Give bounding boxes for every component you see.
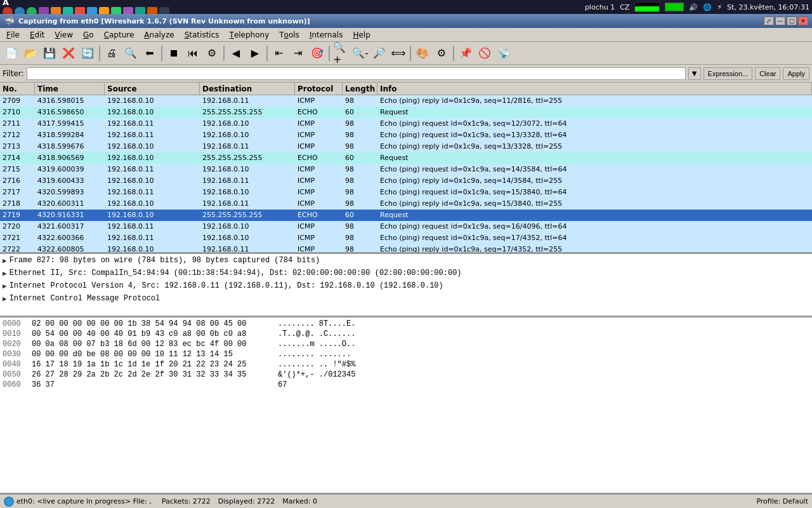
wireshark-window: 🦈 Capturing from eth0 [Wireshark 1.6.7 (… — [0, 14, 812, 508]
sysbar-bt-icon: ⚡ — [717, 3, 722, 11]
tb-prefs-btn[interactable]: ⚙ — [433, 44, 450, 62]
window-minimize-btn[interactable]: — — [775, 17, 785, 25]
filter-apply-btn[interactable]: Apply — [783, 67, 809, 80]
hex-row: 006036 3767 — [3, 380, 809, 390]
statusbar-left: eth0: <live capture in progress> File: ,… — [4, 497, 317, 507]
menu-go[interactable]: Go — [78, 29, 99, 41]
tb-zoom-100-btn[interactable]: 🔎 — [370, 44, 388, 62]
packet-row[interactable]: 27094316.598015192.168.0.10192.168.0.11I… — [0, 95, 812, 107]
col-proto-header[interactable]: Protocol — [295, 83, 343, 95]
tb-coloring-btn[interactable]: 🎨 — [414, 44, 431, 62]
window-maximize-btn[interactable]: □ — [787, 17, 797, 25]
tb-find-prev-btn[interactable]: ⬅ — [141, 44, 159, 62]
packet-row[interactable]: 27194320.916331192.168.0.10255.255.255.2… — [0, 210, 812, 221]
detail-expand-icon: ▶ — [3, 295, 7, 303]
menu-tools[interactable]: Tools — [274, 29, 304, 41]
packet-row[interactable]: 27224322.600805192.168.0.10192.168.0.11I… — [0, 244, 812, 252]
menu-statistics[interactable]: Statistics — [180, 29, 225, 41]
packet-row[interactable]: 27214322.600366192.168.0.11192.168.0.10I… — [0, 232, 812, 244]
filter-clear-btn[interactable]: Clear — [755, 67, 780, 80]
live-capture-indicator[interactable] — [4, 497, 14, 507]
menu-view[interactable]: View — [49, 29, 78, 41]
packet-list-header: No. Time Source Destination Protocol Len… — [0, 83, 812, 95]
window-close-btn[interactable]: ✕ — [798, 17, 808, 25]
tb-ignore-btn[interactable]: 🚫 — [476, 44, 494, 62]
detail-expand-icon: ▶ — [3, 257, 7, 265]
tb-resize-btn[interactable]: ⟺ — [390, 44, 407, 62]
packet-row[interactable]: 27204321.600317192.168.0.11192.168.0.10I… — [0, 221, 812, 232]
tb-zoom-out-btn[interactable]: 🔍- — [351, 44, 369, 62]
hex-row: 002000 0a 08 00 07 b3 18 6d 00 12 83 ec … — [3, 339, 809, 349]
toolbar-sep-4 — [266, 46, 268, 61]
col-len-header[interactable]: Length — [343, 83, 377, 95]
tb-goto-pkt-btn[interactable]: 🎯 — [308, 44, 326, 62]
tb-mark-btn[interactable]: 📌 — [457, 44, 475, 62]
tb-goto-first-btn[interactable]: ⇤ — [270, 44, 288, 62]
packet-row[interactable]: 27154319.600039192.168.0.11192.168.0.10I… — [0, 164, 812, 175]
menu-capture[interactable]: Capture — [99, 29, 140, 41]
filter-expression-btn[interactable]: Expression... — [704, 67, 753, 80]
menu-internals[interactable]: Internals — [304, 29, 348, 41]
statusbar-packets: Packets: 2722 — [162, 497, 211, 505]
tb-save-btn[interactable]: 💾 — [41, 44, 58, 62]
filter-dropdown-btn[interactable]: ▼ — [688, 67, 701, 80]
menu-edit[interactable]: Edit — [25, 29, 49, 41]
tb-forward-btn[interactable]: ▶ — [246, 44, 264, 62]
filter-input[interactable] — [27, 67, 686, 80]
packet-row[interactable]: 27174320.599893192.168.0.11192.168.0.10I… — [0, 187, 812, 198]
hex-row: 005026 27 28 29 2a 2b 2c 2d 2e 2f 30 31 … — [3, 370, 809, 380]
tb-restart-btn[interactable]: ⏮ — [184, 44, 202, 62]
window-resize-icon: ⤢ — [764, 17, 774, 25]
col-no-header[interactable]: No. — [0, 83, 35, 95]
tb-back-btn[interactable]: ◀ — [227, 44, 245, 62]
sysbar-right: plochu 1 CZ 🔊 🌐 ⚡ St, 23.květen, 16:07:3… — [585, 2, 809, 12]
detail-row[interactable]: ▶Internet Control Message Protocol — [0, 292, 812, 305]
packet-list: No. Time Source Destination Protocol Len… — [0, 83, 812, 254]
packet-row[interactable]: 27164319.600433192.168.0.10192.168.0.11I… — [0, 175, 812, 187]
status-bar: eth0: <live capture in progress> File: ,… — [0, 494, 812, 508]
sysbar-battery — [665, 3, 684, 11]
toolbar-sep-3 — [223, 46, 225, 61]
tb-zoom-in-btn[interactable]: 🔍+ — [332, 44, 350, 62]
col-time-header[interactable]: Time — [35, 83, 105, 95]
packet-detail: ▶Frame 827: 98 bytes on wire (784 bits),… — [0, 254, 812, 318]
menu-help[interactable]: Help — [348, 29, 375, 41]
tb-capture-opts-btn[interactable]: ⚙ — [203, 44, 221, 62]
tb-print-btn[interactable]: 🖨 — [103, 44, 121, 62]
tb-goto-last-btn[interactable]: ⇥ — [289, 44, 307, 62]
detail-row[interactable]: ▶Frame 827: 98 bytes on wire (784 bits),… — [0, 254, 812, 267]
menu-telephony[interactable]: Telephony — [225, 29, 275, 41]
packet-row[interactable]: 27114317.599415192.168.0.11192.168.0.10I… — [0, 118, 812, 130]
sysbar-netgraph — [634, 2, 660, 12]
tb-find-pkt-btn[interactable]: 🔍 — [122, 44, 140, 62]
col-dest-header[interactable]: Destination — [200, 83, 295, 95]
tb-capture-filter-btn[interactable]: 📡 — [495, 44, 513, 62]
window-title: Capturing from eth0 [Wireshark 1.6.7 (SV… — [18, 17, 310, 25]
menu-file[interactable]: File — [1, 29, 25, 41]
sysbar-datetime: St, 23.květen, 16:07:31 — [727, 3, 809, 11]
packet-row[interactable]: 27184320.600311192.168.0.10192.168.0.11I… — [0, 198, 812, 210]
toolbar-sep-1 — [99, 46, 100, 61]
packet-row[interactable]: 27134318.599676192.168.0.10192.168.0.11I… — [0, 141, 812, 152]
window-controls[interactable]: ⤢ — □ ✕ — [764, 17, 808, 25]
detail-expand-icon: ▶ — [3, 282, 7, 290]
menu-analyze[interactable]: Analyze — [139, 29, 179, 41]
hex-row: 003000 00 00 d0 be 08 00 00 00 10 11 12 … — [3, 349, 809, 359]
filter-bar: Filter: ▼ Expression... Clear Apply — [0, 65, 812, 83]
col-info-header[interactable]: Info — [377, 83, 812, 95]
toolbar-sep-2 — [161, 46, 162, 61]
tb-close-btn[interactable]: ❌ — [60, 44, 77, 62]
packet-row[interactable]: 27104316.598650192.168.0.10255.255.255.2… — [0, 107, 812, 118]
tb-new-capture-btn[interactable]: 📄 — [3, 44, 20, 62]
system-topbar: A plochu 1 CZ 🔊 🌐 ⚡ St, 23.květ — [0, 0, 812, 14]
packet-row[interactable]: 27144318.906569192.168.0.10255.255.255.2… — [0, 152, 812, 164]
statusbar-marked: Marked: 0 — [282, 497, 317, 505]
packet-row[interactable]: 27124318.599284192.168.0.11192.168.0.10I… — [0, 130, 812, 141]
packet-rows[interactable]: 27094316.598015192.168.0.10192.168.0.11I… — [0, 95, 812, 252]
tb-stop-btn[interactable]: ⏹ — [165, 44, 183, 62]
col-source-header[interactable]: Source — [105, 83, 200, 95]
detail-row[interactable]: ▶Internet Protocol Version 4, Src: 192.1… — [0, 279, 812, 292]
tb-reload-btn[interactable]: 🔄 — [79, 44, 96, 62]
tb-open-btn[interactable]: 📂 — [22, 44, 39, 62]
detail-row[interactable]: ▶Ethernet II, Src: CompalIn_54:94:94 (00… — [0, 267, 812, 279]
